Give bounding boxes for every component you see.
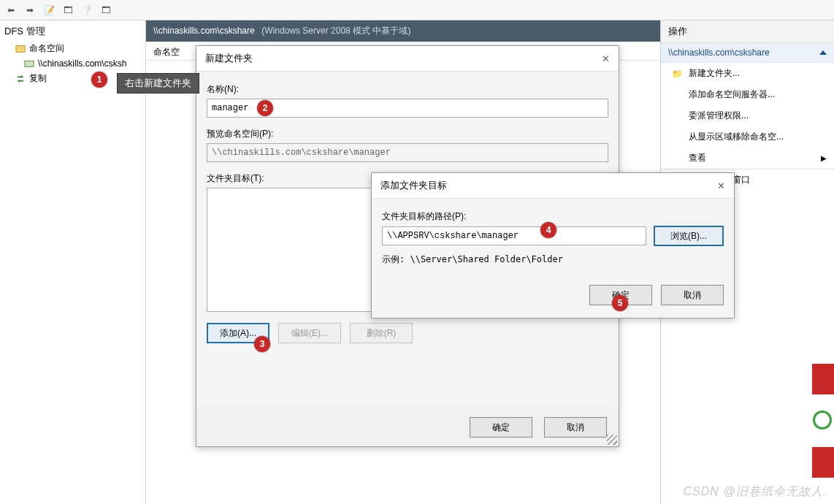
path-label: 文件夹目标的路径(P): [382,210,724,223]
center-title-bar: \\chinaskills.com\cskshare (Windows Serv… [146,20,660,42]
view2-icon[interactable]: 🗔 [99,4,112,17]
action-view[interactable]: 查看 ▶ [661,148,834,169]
tree-namespace-label: 命名空间 [29,42,64,55]
tree-title: DFS 管理 [3,25,142,38]
replication-icon [15,73,26,85]
svg-rect-0 [16,45,25,52]
center-title-path: \\chinaskills.com\cskshare [153,26,255,36]
actions-header-path: \\chinaskills.com\cskshare [668,47,770,58]
new-folder-icon: 📁 [671,68,683,80]
svg-rect-1 [25,61,34,67]
tab-namespace[interactable]: 命名空 [153,47,180,57]
add-target-dialog: 添加文件夹目标 ✕ 文件夹目标的路径(P): 浏览(B)... 示例: \\Se… [371,172,735,318]
context-tooltip: 右击新建文件夹 [117,73,199,93]
cancel-button[interactable]: 取消 [661,285,724,305]
preview-input [207,143,608,162]
action-new-folder[interactable]: 📁 新建文件夹... [661,63,834,84]
actions-title: 操作 [661,20,834,43]
dlg1-titlebar: 新建文件夹 ✕ [196,46,619,72]
action-label: 从显示区域移除命名空... [689,131,784,143]
chevron-right-icon: ▶ [821,154,827,162]
close-icon[interactable]: ✕ [602,53,610,64]
delete-button: 删除(R) [350,323,413,343]
marker-2: 2 [257,100,273,116]
back-icon[interactable]: ⬅ [4,4,18,17]
action-remove-ns[interactable]: 从显示区域移除命名空... [661,126,834,148]
dlg2-titlebar: 添加文件夹目标 ✕ [372,173,734,199]
resize-grip[interactable] [607,435,617,445]
help-icon[interactable]: ❔ [80,4,93,17]
tree-path-text: \\chinaskills.com\csksh [38,58,126,69]
note-icon[interactable]: 📝 [42,4,56,17]
app-toolbar: ⬅ ➡ 📝 🗔 ❔ 🗔 [0,0,834,20]
path-input[interactable] [382,226,646,245]
marker-1: 1 [91,72,107,88]
blank-icon [671,89,683,101]
collapse-icon[interactable] [819,50,827,55]
dlg1-title: 新建文件夹 [205,52,253,65]
name-label: 名称(N): [207,83,608,96]
cancel-button[interactable]: 取消 [544,417,607,438]
watermark: CSDN @旧巷纸伞无故人. [684,484,827,500]
example-text: 示例: \\Server\Shared Folder\Folder [382,253,724,266]
share-icon [23,58,35,69]
side-widget-2 [813,411,832,429]
dlg2-buttons: 确定 取消 [382,285,724,305]
dlg2-body: 文件夹目标的路径(P): 浏览(B)... 示例: \\Server\Share… [372,199,734,316]
actions-header[interactable]: \\chinaskills.com\cskshare [661,43,834,63]
browse-button[interactable]: 浏览(B)... [654,226,724,246]
marker-3: 3 [254,336,270,352]
action-label: 查看 [689,152,706,164]
center-title-sub: (Windows Server 2008 模式 中基于域) [261,26,410,36]
tree-replication-label: 复制 [29,72,47,85]
marker-4: 4 [540,222,556,238]
blank-icon [671,131,683,143]
blank-icon [671,153,683,164]
dlg2-title: 添加文件夹目标 [380,179,447,192]
blank-icon [671,110,683,122]
preview-label: 预览命名空间(P): [207,128,608,140]
close-icon[interactable]: ✕ [717,180,725,191]
namespace-icon [15,43,26,55]
action-add-ns-server[interactable]: 添加命名空间服务器... [661,84,834,105]
side-widget-1 [812,364,834,394]
tree-namespace-path[interactable]: \\chinaskills.com\csksh [3,56,142,71]
action-label: 委派管理权限... [689,110,749,122]
dlg1-footer: 确定 取消 [196,408,619,446]
action-label: 新建文件夹... [689,67,740,80]
forward-icon[interactable]: ➡ [23,4,37,17]
edit-button: 编辑(E)... [278,323,341,343]
action-label: 添加命名空间服务器... [689,88,775,101]
action-delegate[interactable]: 委派管理权限... [661,105,834,126]
marker-5: 5 [612,295,628,311]
side-widget-3 [812,447,834,478]
tree-namespace-root[interactable]: 命名空间 [3,41,142,56]
ok-button[interactable]: 确定 [470,417,532,438]
view1-icon[interactable]: 🗔 [61,4,74,17]
